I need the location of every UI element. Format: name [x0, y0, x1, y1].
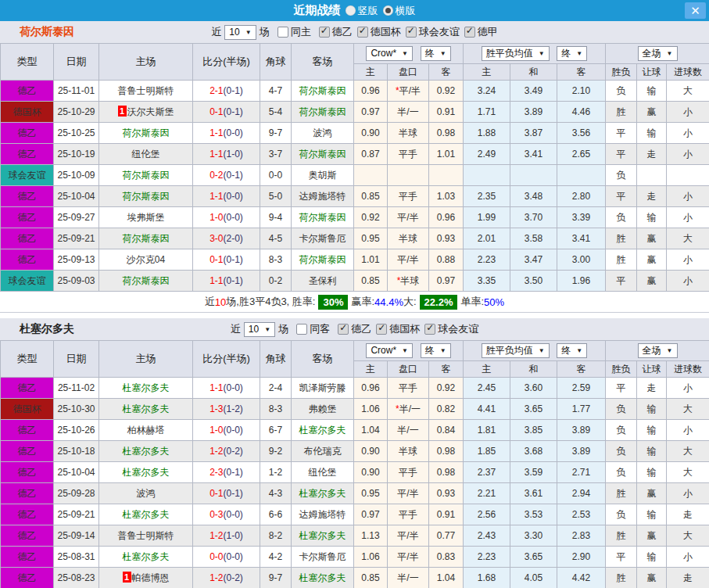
- handicap-text: 半球: [399, 233, 417, 244]
- mean-away: 4.42: [557, 568, 606, 588]
- match-type-badge: 德乙: [1, 249, 54, 271]
- same-venue-checkbox[interactable]: 同客: [292, 322, 330, 336]
- away-team: 卡尔斯鲁厄: [292, 228, 354, 249]
- mean-home: 1.81: [464, 420, 510, 441]
- checkbox-icon[interactable]: [296, 324, 307, 335]
- mean-odds-dropdown[interactable]: 胜平负均值▼: [482, 343, 550, 358]
- result-handicap: 赢: [637, 568, 667, 588]
- handicap-line: 平/半: [388, 525, 429, 547]
- home-team-name: 杜塞尔多夫: [123, 382, 170, 393]
- checkbox-icon[interactable]: [278, 27, 288, 38]
- fullmatch-dropdown[interactable]: 全场▼: [638, 343, 678, 358]
- match-count-select[interactable]: 10 ▼: [224, 25, 256, 40]
- match-type-badge: 德乙: [1, 420, 54, 441]
- corner-count: 1-2: [260, 462, 292, 483]
- odds-away: 1.04: [429, 568, 464, 588]
- mean-home: 1.99: [464, 207, 510, 228]
- checkbox-checked-icon[interactable]: [464, 27, 475, 38]
- radio-selected-icon[interactable]: [383, 5, 393, 16]
- final-odds-dropdown[interactable]: 终▼: [421, 46, 451, 61]
- checkbox-checked-icon[interactable]: [406, 27, 417, 38]
- home-team-name: 埃弗斯堡: [127, 212, 165, 223]
- home-team: 沙尔克04: [99, 249, 193, 271]
- mean-away: 4.46: [557, 102, 606, 123]
- summary-record: 场,胜3平4负3, 胜率:: [226, 295, 315, 309]
- filter-checkbox-球会友谊[interactable]: 球会友谊: [401, 25, 460, 39]
- checkbox-checked-icon[interactable]: [376, 324, 387, 335]
- corner-count: 8-3: [260, 399, 292, 420]
- radio-icon[interactable]: [346, 5, 356, 16]
- result-goals: 大: [667, 399, 709, 420]
- radio-horizontal-mode[interactable]: 横版: [383, 4, 416, 18]
- same-venue-checkbox[interactable]: 同主: [273, 25, 311, 39]
- home-team: 杜塞尔多夫: [99, 441, 193, 462]
- summary-count: 10: [215, 296, 226, 308]
- checkbox-checked-icon[interactable]: [357, 27, 368, 38]
- mean-draw: 3.65: [510, 547, 557, 568]
- filter-checkbox-德甲[interactable]: 德甲: [460, 25, 498, 39]
- final-mean-value: 终: [561, 48, 571, 59]
- away-team-name: 荷尔斯泰因: [299, 106, 346, 117]
- handicap-line: 半球: [388, 441, 429, 462]
- score-cell: 0-2(0-1): [193, 165, 260, 186]
- mean-draw: 3.65: [510, 399, 557, 420]
- result-goals: 小: [667, 123, 709, 144]
- subcol-header-客: 客: [557, 361, 606, 378]
- checkbox-checked-icon[interactable]: [338, 324, 349, 335]
- away-team-name: 卡尔斯鲁厄: [299, 551, 346, 562]
- odds-away: 0.92: [429, 378, 464, 399]
- match-date: 25-09-03: [54, 271, 99, 292]
- final-odds-dropdown[interactable]: 终▼: [421, 343, 451, 358]
- odds-source-dropdown[interactable]: Crow*▼: [366, 46, 413, 61]
- match-count-select[interactable]: 10 ▼: [244, 322, 275, 337]
- odds-source-dropdown[interactable]: Crow*▼: [366, 343, 413, 358]
- chevron-down-icon: ▼: [667, 48, 673, 59]
- single-rate-value: 50%: [484, 296, 504, 308]
- match-date: 25-10-04: [54, 462, 99, 483]
- result-handicap: 输: [637, 399, 667, 420]
- filter-checkbox-德国杯[interactable]: 德国杯: [371, 322, 420, 336]
- filter-checkbox-德乙[interactable]: 德乙: [333, 322, 371, 336]
- match-date: 25-09-14: [54, 525, 99, 547]
- odds-away: 0.98: [429, 462, 464, 483]
- home-team: 波鸿: [99, 483, 193, 504]
- corner-count: 4-5: [260, 228, 292, 249]
- subcol-header-主: 主: [354, 361, 388, 378]
- close-icon[interactable]: ✕: [685, 2, 706, 19]
- match-row: 德乙25-09-28波鸿0-1(0-1)4-3杜塞尔多夫0.95平/半0.932…: [1, 483, 709, 504]
- home-team: 杜塞尔多夫: [99, 504, 193, 525]
- col-header-type: 类型: [1, 44, 54, 81]
- checkbox-checked-icon[interactable]: [319, 27, 330, 38]
- matches-label: 场: [278, 322, 288, 336]
- odds-away: 0.91: [429, 102, 464, 123]
- match-type-badge: 德乙: [1, 462, 54, 483]
- half-time-score: (0-0): [224, 382, 243, 393]
- radio-vertical-mode[interactable]: 竖版: [346, 4, 378, 18]
- home-team: 杜塞尔多夫: [99, 378, 193, 399]
- fullmatch-dropdown[interactable]: 全场▼: [638, 46, 678, 61]
- filter-checkbox-德乙[interactable]: 德乙: [314, 25, 353, 39]
- checkbox-checked-icon[interactable]: [424, 324, 435, 335]
- subcol-header-盘口: 盘口: [388, 361, 429, 378]
- result-wdl: 胜: [606, 568, 637, 588]
- team-name: 杜塞尔多夫: [20, 322, 74, 336]
- final-mean-dropdown[interactable]: 终▼: [557, 343, 587, 358]
- mean-odds-dropdown[interactable]: 胜平负均值▼: [482, 46, 550, 61]
- handicap-text: 半/一: [397, 425, 418, 436]
- corner-count: 0-0: [260, 165, 292, 186]
- odds-home: [354, 165, 388, 186]
- half-time-score: (0-1): [224, 275, 243, 286]
- col-header-type: 类型: [1, 341, 54, 378]
- score-cell: 0-3(0-0): [193, 504, 260, 525]
- handicap-line: 平手: [388, 462, 429, 483]
- mean-away: 2.83: [557, 525, 606, 547]
- filter-checkbox-球会友谊[interactable]: 球会友谊: [420, 322, 478, 336]
- corner-count: 0-2: [260, 271, 292, 292]
- odds-home: 0.90: [354, 441, 388, 462]
- subcol-header-进球数: 进球数: [667, 64, 709, 81]
- away-team: 达姆施塔特: [292, 186, 354, 207]
- match-date: 25-10-04: [54, 186, 99, 207]
- away-team-name: 荷尔斯泰因: [299, 212, 346, 223]
- final-mean-dropdown[interactable]: 终▼: [557, 46, 587, 61]
- filter-checkbox-德国杯[interactable]: 德国杯: [353, 25, 401, 39]
